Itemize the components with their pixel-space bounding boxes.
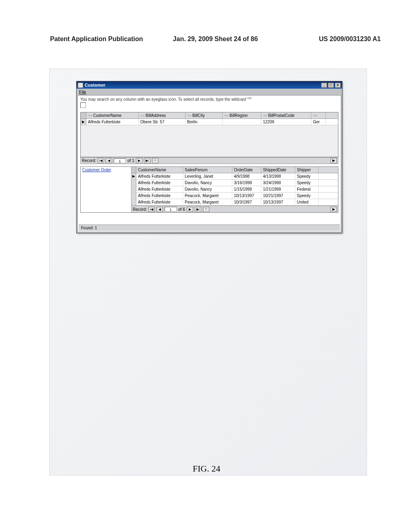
hscroll-right-icon[interactable]: ▶ bbox=[330, 158, 337, 163]
col-customername[interactable]: 👓CustomerName bbox=[86, 112, 139, 118]
cell[interactable]: Speedy bbox=[295, 173, 319, 179]
cell[interactable]: Peacock, Margaret bbox=[183, 199, 232, 205]
cell[interactable]: Speedy bbox=[295, 180, 319, 186]
menubar[interactable]: File bbox=[77, 89, 342, 95]
app-icon bbox=[78, 83, 83, 88]
doc-header-right: US 2009/0031230 A1 bbox=[319, 35, 381, 43]
col-billaddress[interactable]: 👓BillAddress bbox=[139, 112, 186, 118]
cell[interactable]: Alfreds Futterkiste bbox=[136, 199, 183, 205]
sub-record-navigator: Record: I◀ ◀ 1 of 6 ▶ ▶I * ▶ bbox=[131, 206, 338, 212]
eyeglass-icon: 👓 bbox=[187, 114, 192, 118]
cell[interactable]: Federal bbox=[295, 186, 319, 192]
nav-new-button[interactable]: * bbox=[203, 207, 209, 212]
cell-billaddress[interactable]: Obere Str. 57 bbox=[139, 119, 186, 125]
col-billpostalcode[interactable]: 👓BillPostalCode bbox=[261, 112, 311, 118]
minimize-button[interactable]: _ bbox=[321, 83, 327, 88]
figure-area: Customer _ □ × File You may search on an… bbox=[49, 69, 367, 476]
nav-first-button[interactable]: I◀ bbox=[148, 207, 155, 212]
doc-header-left: Patent Application Publication bbox=[50, 35, 143, 43]
maximize-button[interactable]: □ bbox=[328, 83, 334, 88]
cell[interactable]: 10/21/1997 bbox=[261, 193, 295, 199]
nav-first-button[interactable]: I◀ bbox=[98, 158, 104, 163]
window-body: You may search on any column with an eye… bbox=[77, 95, 341, 232]
cell[interactable]: 4/9/1998 bbox=[232, 173, 261, 179]
record-label: Record: bbox=[133, 207, 147, 212]
table-row[interactable]: Alfreds FutterkistePeacock, Margaret10/3… bbox=[131, 199, 338, 206]
cell[interactable]: Leverling, Janet bbox=[183, 173, 232, 179]
nav-next-button[interactable]: ▶ bbox=[187, 207, 193, 212]
nav-last-button[interactable]: ▶I bbox=[144, 158, 150, 163]
cell[interactable]: 1/21/1998 bbox=[261, 186, 295, 192]
cell[interactable]: 10/3/1997 bbox=[232, 199, 261, 205]
window-title: Customer bbox=[85, 83, 321, 87]
cell[interactable]: 10/13/1997 bbox=[261, 199, 295, 205]
cell[interactable]: Peacock, Margaret bbox=[183, 193, 232, 199]
main-record-navigator: Record: I◀ ◀ 1 of 1 ▶ ▶I * ▶ bbox=[80, 157, 338, 164]
table-row[interactable]: Alfreds FutterkisteDavolio, Nancy3/16/19… bbox=[131, 180, 338, 186]
record-number-input[interactable]: 1 bbox=[165, 207, 177, 212]
subcol-shippeddate[interactable]: ShippedDate bbox=[261, 167, 295, 173]
cell[interactable]: 3/16/1998 bbox=[232, 180, 261, 186]
rowheader-blank bbox=[81, 112, 86, 118]
cell-extra[interactable]: Ger bbox=[311, 119, 326, 125]
nav-last-button[interactable]: ▶I bbox=[195, 207, 201, 212]
statusbar: Found: 1 bbox=[79, 224, 340, 231]
cell[interactable]: United bbox=[295, 199, 319, 205]
row-marker bbox=[131, 193, 136, 199]
cell[interactable]: Davolio, Nancy bbox=[183, 186, 232, 192]
search-input[interactable] bbox=[80, 102, 86, 108]
row-marker bbox=[131, 199, 136, 205]
cell[interactable]: Alfreds Futterkiste bbox=[136, 180, 183, 186]
cell-billregion[interactable] bbox=[223, 119, 261, 125]
eyeglass-icon: 👓 bbox=[313, 114, 317, 118]
record-label: Record: bbox=[82, 158, 96, 163]
record-of-label: of 1 bbox=[127, 158, 134, 163]
cell-billpostalcode[interactable]: 12209 bbox=[261, 119, 311, 125]
cell[interactable]: Alfreds Futterkiste bbox=[136, 173, 183, 179]
cell[interactable]: Alfreds Futterkiste bbox=[136, 186, 183, 192]
doc-header-center: Jan. 29, 2009 Sheet 24 of 86 bbox=[173, 35, 258, 43]
nav-next-button[interactable]: ▶ bbox=[136, 158, 142, 163]
cell[interactable]: Alfreds Futterkiste bbox=[136, 193, 183, 199]
tree-customer-order[interactable]: Customer Order bbox=[82, 168, 129, 172]
nav-new-button[interactable]: * bbox=[152, 158, 159, 163]
row-marker bbox=[131, 186, 136, 192]
figure-caption: FIG. 24 bbox=[0, 463, 413, 474]
nav-prev-button[interactable]: ◀ bbox=[106, 158, 112, 163]
grid-empty-area bbox=[81, 125, 338, 157]
sub-rowheader-blank bbox=[131, 167, 136, 173]
table-row[interactable]: ▶Alfreds FutterkisteLeverling, Janet4/9/… bbox=[131, 173, 338, 180]
customer-grid: 👓CustomerName 👓BillAddress 👓BillCity 👓Bi… bbox=[80, 112, 338, 157]
menu-file[interactable]: File bbox=[79, 89, 86, 94]
row-marker: ▶ bbox=[81, 119, 86, 125]
table-row[interactable]: Alfreds FutterkisteDavolio, Nancy1/15/19… bbox=[131, 186, 338, 193]
cell[interactable]: 10/13/1997 bbox=[232, 193, 261, 199]
customer-window: Customer _ □ × File You may search on an… bbox=[76, 81, 342, 233]
table-row[interactable]: ▶ Alfreds Futterkiste Obere Str. 57 Berl… bbox=[81, 119, 338, 125]
table-row[interactable]: Alfreds FutterkistePeacock, Margaret10/1… bbox=[131, 193, 338, 199]
row-marker bbox=[131, 180, 136, 186]
col-billregion[interactable]: 👓BillRegion bbox=[223, 112, 261, 118]
detail-split: Customer Order CustomerName SalesPerson … bbox=[80, 166, 338, 213]
cell[interactable]: Speedy bbox=[295, 193, 319, 199]
record-number-input[interactable]: 1 bbox=[114, 158, 126, 163]
hscroll-right-icon[interactable]: ▶ bbox=[330, 207, 337, 212]
cell[interactable]: Davolio, Nancy bbox=[183, 180, 232, 186]
titlebar[interactable]: Customer _ □ × bbox=[77, 81, 342, 89]
cell-customername[interactable]: Alfreds Futterkiste bbox=[86, 119, 139, 125]
nav-prev-button[interactable]: ◀ bbox=[156, 207, 163, 212]
cell-billcity[interactable]: Berlin bbox=[186, 119, 223, 125]
subcol-orderdate[interactable]: OrderDate bbox=[232, 167, 261, 173]
col-extra[interactable]: 👓 bbox=[311, 112, 326, 118]
col-billcity[interactable]: 👓BillCity bbox=[186, 112, 223, 118]
eyeglass-icon: 👓 bbox=[88, 114, 92, 118]
subcol-customername[interactable]: CustomerName bbox=[136, 167, 183, 173]
close-button[interactable]: × bbox=[335, 83, 341, 88]
cell[interactable]: 3/24/1998 bbox=[261, 180, 295, 186]
subcol-shipper[interactable]: Shipper bbox=[295, 167, 319, 173]
subcol-salesperson[interactable]: SalesPerson bbox=[183, 167, 232, 173]
cell[interactable]: 4/13/1998 bbox=[261, 173, 295, 179]
eyeglass-icon: 👓 bbox=[263, 114, 267, 118]
eyeglass-icon: 👓 bbox=[224, 114, 229, 118]
cell[interactable]: 1/15/1998 bbox=[232, 186, 261, 192]
